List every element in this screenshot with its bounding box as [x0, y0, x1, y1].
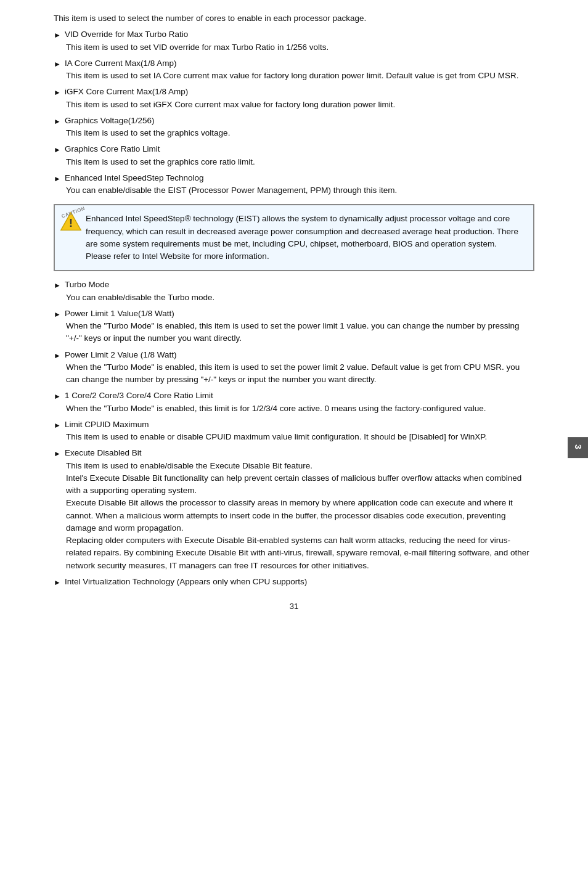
list-item: ► Execute Disabled Bit This item is used… [54, 447, 534, 572]
arrow-icon: ► [54, 144, 61, 155]
item-desc: This item is used to set iGFX Core curre… [66, 99, 534, 111]
item-title: iGFX Core Current Max(1/8 Amp) [65, 86, 188, 98]
item-title: Intel Virtualization Technology (Appears… [65, 576, 307, 588]
svg-text:!: ! [69, 217, 73, 229]
item-title: Turbo Mode [65, 279, 109, 291]
item-title: Graphics Core Ratio Limit [65, 143, 160, 155]
item-desc: This item is used to set the graphics co… [66, 156, 534, 168]
list-item: ► Power Limit 2 Value (1/8 Watt) When th… [54, 349, 534, 386]
menu-items-group2: ► Turbo Mode You can enable/disable the … [54, 279, 534, 588]
intro-text: This item is used to select the number o… [54, 12, 534, 25]
item-desc: This item is used to enable/disable the … [66, 460, 534, 572]
menu-items-group1: ► VID Override for Max Turbo Ratio This … [54, 28, 534, 197]
item-title: Graphics Voltage(1/256) [65, 115, 155, 127]
page-number: 31 [54, 600, 534, 613]
item-desc: This item is used to set IA Core current… [66, 70, 534, 82]
arrow-icon: ► [54, 87, 61, 98]
item-title: VID Override for Max Turbo Ratio [65, 28, 188, 41]
list-item: ► Power Limit 1 Value(1/8 Watt) When the… [54, 308, 534, 345]
list-item: ► VID Override for Max Turbo Ratio This … [54, 28, 534, 54]
arrow-icon: ► [54, 350, 61, 361]
item-desc: When the "Turbo Mode" is enabled, this i… [66, 320, 534, 345]
arrow-icon: ► [54, 280, 61, 291]
item-desc: When the "Turbo Mode" is enabled, this i… [66, 361, 534, 386]
item-title: Enhanced Intel SpeedStep Technolog [65, 172, 204, 184]
list-item: ► Graphics Core Ratio Limit This item is… [54, 143, 534, 168]
item-title: Limit CPUID Maximum [65, 419, 149, 431]
item-desc: This item is used to set VID override fo… [66, 41, 534, 54]
arrow-icon: ► [54, 116, 61, 127]
side-tab: 3 [568, 437, 588, 458]
item-title: Power Limit 2 Value (1/8 Watt) [65, 349, 177, 361]
arrow-icon: ► [54, 59, 61, 70]
arrow-icon: ► [54, 173, 61, 184]
caution-icon: CAUTION ! [60, 210, 83, 234]
caution-box: CAUTION ! Enhanced Intel SpeedStep® tech… [54, 204, 534, 271]
item-desc: This item is used to set the graphics vo… [66, 127, 534, 139]
item-title: 1 Core/2 Core/3 Core/4 Core Ratio Limit [65, 390, 213, 402]
list-item: ► Intel Virtualization Technology (Appea… [54, 576, 534, 588]
arrow-icon: ► [54, 448, 61, 459]
item-title: Power Limit 1 Value(1/8 Watt) [65, 308, 174, 320]
item-title: Execute Disabled Bit [65, 447, 142, 459]
list-item: ► 1 Core/2 Core/3 Core/4 Core Ratio Limi… [54, 390, 534, 415]
arrow-icon: ► [54, 420, 61, 431]
item-title: IA Core Current Max(1/8 Amp) [65, 57, 177, 70]
list-item: ► Enhanced Intel SpeedStep Technolog You… [54, 172, 534, 197]
item-desc: You can enable/disable the Turbo mode. [66, 292, 534, 304]
item-desc: When the "Turbo Mode" is enabled, this l… [66, 403, 534, 415]
item-desc: You can enable/disable the EIST (Process… [66, 184, 534, 197]
arrow-icon: ► [54, 577, 61, 588]
list-item: ► IA Core Current Max(1/8 Amp) This item… [54, 57, 534, 83]
arrow-icon: ► [54, 391, 61, 402]
list-item: ► iGFX Core Current Max(1/8 Amp) This it… [54, 86, 534, 111]
item-desc: This item is used to enable or disable C… [66, 431, 534, 443]
arrow-icon: ► [54, 30, 61, 41]
caution-text: Enhanced Intel SpeedStep® technology (EI… [86, 213, 525, 263]
list-item: ► Graphics Voltage(1/256) This item is u… [54, 115, 534, 140]
arrow-icon: ► [54, 309, 61, 320]
list-item: ► Limit CPUID Maximum This item is used … [54, 419, 534, 444]
list-item: ► Turbo Mode You can enable/disable the … [54, 279, 534, 304]
